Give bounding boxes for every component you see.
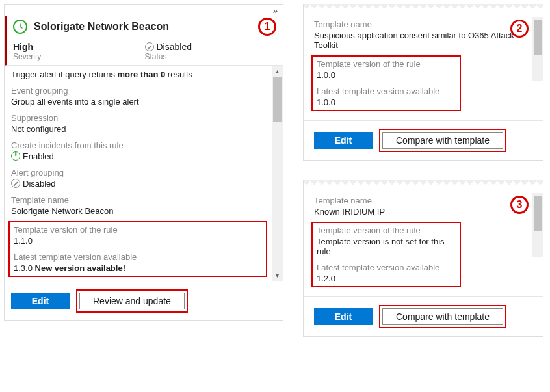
template-name-label: Template name xyxy=(314,20,532,29)
callout-badge-3: 3 xyxy=(510,196,529,214)
torn-edge xyxy=(304,180,543,187)
callout-badge-2: 2 xyxy=(510,20,529,38)
status-label: Status xyxy=(145,52,277,61)
version-rule-value: 1.1.0 xyxy=(14,236,262,246)
rule-details-panel: » Solorigate Network Beacon 1 High Sever… xyxy=(4,4,283,321)
suppression-label: Suppression xyxy=(11,113,283,123)
disabled-icon xyxy=(145,42,154,51)
trigger-text: Trigger alert if query returns more than… xyxy=(11,70,283,79)
event-grouping-label: Event grouping xyxy=(11,86,283,96)
collapse-icon[interactable]: » xyxy=(273,6,278,16)
version-rule-label: Template version of the rule xyxy=(317,59,456,69)
scroll-thumb[interactable] xyxy=(273,77,282,122)
compare-with-template-button[interactable]: Compare with template xyxy=(382,132,503,149)
version-rule-label: Template version of the rule xyxy=(317,226,456,235)
compare-highlight: Compare with template xyxy=(379,305,506,328)
edit-button[interactable]: Edit xyxy=(11,293,70,309)
version-latest-value: 1.0.0 xyxy=(317,98,456,107)
version-highlight: Template version of the rule 1.0.0 Lates… xyxy=(311,55,461,111)
callout-badge-1: 1 xyxy=(258,18,276,36)
power-icon xyxy=(11,151,20,161)
version-latest-value: 1.2.0 xyxy=(317,274,456,283)
clock-icon xyxy=(13,20,27,34)
version-rule-label: Template version of the rule xyxy=(14,225,262,235)
severity-value: High xyxy=(13,42,145,52)
version-rule-value: Template version is not set for this rul… xyxy=(317,237,456,256)
scroll-thumb[interactable] xyxy=(534,196,542,231)
panel-meta: High Severity Disabled Status xyxy=(5,40,283,66)
version-latest-label: Latest template version available xyxy=(317,86,456,96)
scroll-down-icon[interactable]: ▾ xyxy=(272,270,283,281)
torn-edge xyxy=(304,4,543,10)
scroll-thumb[interactable] xyxy=(534,20,542,55)
version-latest-value: 1.3.0 New version available! xyxy=(14,263,262,273)
template-name-label: Template name xyxy=(11,195,283,205)
event-grouping-value: Group all events into a single alert xyxy=(11,97,283,107)
template-card-3: 3 Template name Known IRIDIUM IP Templat… xyxy=(303,180,543,337)
create-incidents-value: Enabled xyxy=(11,151,283,161)
panel-body: ▴ ▾ Trigger alert if query returns more … xyxy=(5,66,283,281)
scroll-up-icon[interactable]: ▴ xyxy=(272,66,283,77)
scrollbar[interactable]: ▴ ▾ xyxy=(272,66,283,281)
card-footer: Edit Compare with template xyxy=(304,296,543,336)
template-name-value: Known IRIDIUM IP xyxy=(314,207,532,216)
suppression-value: Not configured xyxy=(11,124,283,134)
version-rule-value: 1.0.0 xyxy=(317,70,456,80)
version-latest-label: Latest template version available xyxy=(317,263,456,272)
template-name-value: Solorigate Network Beacon xyxy=(11,206,283,216)
scrollbar[interactable] xyxy=(532,17,543,81)
template-name-label: Template name xyxy=(314,196,532,205)
severity-label: Severity xyxy=(13,52,145,61)
panel-header: Solorigate Network Beacon 1 xyxy=(5,16,283,40)
review-and-update-button[interactable]: Review and update xyxy=(79,293,185,309)
panel-title: Solorigate Network Beacon xyxy=(34,21,169,33)
alert-grouping-label: Alert grouping xyxy=(11,168,283,177)
template-name-value: Suspicious application consent similar t… xyxy=(314,31,521,50)
panel-footer: Edit Review and update xyxy=(5,281,283,320)
create-incidents-label: Create incidents from this rule xyxy=(11,140,283,150)
template-card-2: 2 Template name Suspicious application c… xyxy=(303,4,543,161)
status-value: Disabled xyxy=(145,42,277,52)
version-latest-label: Latest template version available xyxy=(14,252,262,262)
review-highlight: Review and update xyxy=(76,289,188,313)
scrollbar[interactable] xyxy=(532,193,543,257)
edit-button[interactable]: Edit xyxy=(314,308,373,325)
disabled-icon xyxy=(11,179,20,188)
card-footer: Edit Compare with template xyxy=(304,120,543,160)
edit-button[interactable]: Edit xyxy=(314,132,373,149)
version-highlight: Template version of the rule 1.1.0 Lates… xyxy=(8,221,267,277)
version-highlight: Template version of the rule Template ve… xyxy=(311,222,461,287)
compare-with-template-button[interactable]: Compare with template xyxy=(382,308,503,325)
alert-grouping-value: Disabled xyxy=(11,179,283,189)
compare-highlight: Compare with template xyxy=(379,129,506,152)
